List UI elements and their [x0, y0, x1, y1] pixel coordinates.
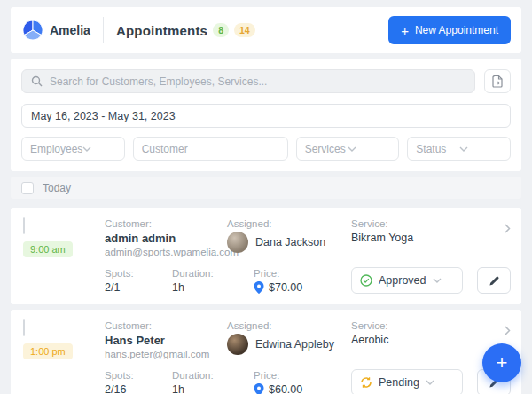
status-select[interactable]: Approved [351, 267, 463, 294]
export-icon [491, 75, 504, 88]
new-appointment-button[interactable]: + New Appointment [388, 16, 511, 44]
pending-count-badge: 14 [234, 23, 255, 37]
top-bar: Amelia Appointments 8 14 + New Appointme… [11, 7, 521, 53]
customer-email: admin@sports.wpamelia.com [105, 247, 227, 257]
duration-value: 1h [172, 281, 254, 294]
chevron-down-icon [459, 146, 502, 152]
brand: Amelia [23, 20, 90, 40]
services-filter-label: Services [305, 143, 348, 155]
status-value: Approved [379, 274, 426, 287]
appointment-row: 9:00 am Customer: admin admin admin@spor… [11, 208, 521, 304]
spots-label: Spots: [105, 370, 172, 381]
add-appointment-fab[interactable]: + [482, 343, 521, 382]
appointment-row: 1:00 pm Customer: Hans Peter hans.peter@… [11, 310, 521, 394]
customer-label: Customer: [105, 320, 227, 331]
spots-value: 2/16 [105, 383, 172, 394]
pencil-icon [489, 275, 500, 287]
employees-filter-label: Employees [30, 143, 82, 155]
services-filter[interactable]: Services [296, 137, 400, 161]
service-name: Bikram Yoga [351, 232, 497, 244]
price-pin-icon [254, 281, 264, 294]
assignee-name: Dana Jackson [255, 236, 325, 248]
duration-label: Duration: [172, 370, 254, 381]
assigned-label: Assigned: [227, 320, 351, 331]
customer-name: admin admin [105, 232, 227, 245]
amelia-logo-icon [23, 20, 43, 40]
price-pin-icon [254, 383, 264, 394]
page-title: Appointments [116, 23, 207, 38]
divider [103, 17, 104, 43]
search-icon [31, 75, 43, 87]
row-checkbox[interactable] [23, 217, 25, 234]
status-filter-label: Status [416, 143, 458, 155]
duration-label: Duration: [172, 268, 254, 279]
chevron-down-icon [426, 380, 454, 385]
chevron-down-icon [348, 146, 390, 152]
pending-status-icon [360, 376, 372, 389]
brand-name: Amelia [50, 23, 90, 37]
approved-status-icon [360, 274, 372, 287]
customer-email: hans.peter@gmail.com [105, 349, 227, 359]
spots-label: Spots: [105, 268, 172, 279]
export-button[interactable] [484, 69, 511, 93]
customer-filter[interactable] [133, 137, 288, 161]
app-container: Amelia Appointments 8 14 + New Appointme… [11, 7, 521, 394]
status-select[interactable]: Pending [351, 369, 463, 394]
assignee-name: Edwina Appleby [255, 338, 334, 351]
group-label: Today [43, 182, 71, 194]
spots-value: 2/1 [105, 281, 172, 294]
approved-count-badge: 8 [213, 23, 229, 37]
filters-card: Employees Services Status [11, 59, 521, 171]
row-expand-chevron[interactable] [497, 218, 511, 233]
service-label: Service: [351, 320, 497, 331]
status-value: Pending [379, 376, 419, 389]
assigned-label: Assigned: [227, 218, 351, 229]
time-badge: 1:00 pm [23, 343, 73, 359]
avatar [227, 334, 248, 355]
employees-filter[interactable]: Employees [21, 137, 125, 161]
customer-label: Customer: [105, 218, 227, 229]
new-appointment-label: New Appointment [415, 24, 498, 36]
plus-icon: + [497, 353, 508, 373]
service-label: Service: [351, 218, 497, 229]
row-expand-chevron[interactable] [497, 320, 511, 335]
time-badge: 9:00 am [23, 241, 73, 257]
search-input[interactable] [50, 75, 466, 88]
date-range-input[interactable] [21, 104, 511, 128]
row-checkbox[interactable] [23, 319, 25, 336]
customer-name: Hans Peter [105, 334, 227, 347]
service-name: Aerobic [351, 334, 497, 346]
select-all-checkbox[interactable] [21, 182, 34, 194]
status-filter[interactable]: Status [407, 137, 511, 161]
search-box[interactable] [21, 69, 475, 93]
price-label: Price: [254, 370, 351, 381]
price-value: $70.00 [269, 281, 302, 294]
today-group-header: Today [11, 177, 521, 199]
chevron-down-icon [433, 278, 454, 283]
chevron-down-icon [82, 146, 115, 152]
duration-value: 1h [172, 383, 254, 394]
avatar [227, 232, 248, 253]
edit-appointment-button[interactable] [477, 267, 511, 294]
plus-icon: + [401, 24, 409, 37]
price-label: Price: [254, 268, 351, 279]
price-value: $60.00 [269, 383, 302, 394]
